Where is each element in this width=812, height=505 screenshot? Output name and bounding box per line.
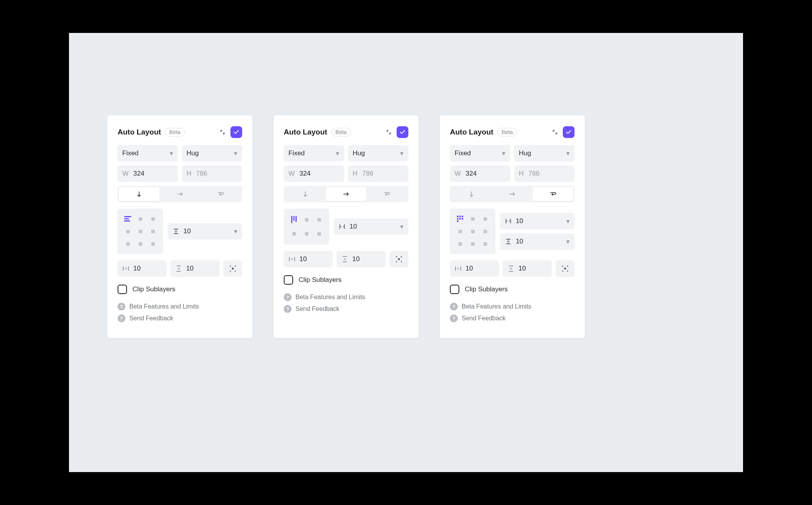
width-input[interactable]: W 324 — [118, 165, 178, 182]
svg-rect-19 — [295, 216, 297, 222]
horizontal-gap-input[interactable]: 10 ▾ — [500, 213, 575, 229]
align-mid-right[interactable] — [147, 225, 159, 238]
svg-rect-24 — [291, 258, 293, 260]
align-top-right[interactable] — [479, 213, 491, 225]
padding-horizontal-input[interactable]: 10 — [118, 260, 167, 277]
svg-rect-32 — [459, 216, 461, 217]
clip-sublayers-checkbox[interactable] — [118, 285, 127, 294]
clip-sublayers-checkbox[interactable] — [284, 275, 293, 285]
padding-horizontal-input[interactable]: 10 — [450, 260, 499, 277]
send-feedback-link[interactable]: ? Send Feedback — [118, 314, 242, 322]
padding-individual-button[interactable] — [223, 260, 242, 277]
chevron-down-icon: ▾ — [502, 149, 506, 158]
align-top-center[interactable] — [300, 213, 313, 227]
beta-features-link[interactable]: ? Beta Features and Limits — [118, 303, 242, 311]
align-bot-left[interactable] — [121, 238, 134, 250]
align-bot-center[interactable] — [466, 238, 479, 250]
align-top-left[interactable] — [121, 213, 134, 225]
height-input[interactable]: H 786 — [182, 165, 242, 182]
width-mode-select[interactable]: Fixed▾ — [284, 145, 344, 162]
height-mode-select[interactable]: Hug ▾ — [182, 145, 242, 162]
help-icon: ? — [450, 303, 458, 311]
align-top-center[interactable] — [466, 213, 479, 225]
alignment-grid[interactable] — [284, 209, 329, 245]
alignment-grid[interactable] — [118, 209, 163, 254]
align-bot-right[interactable] — [479, 238, 491, 250]
align-bot-left[interactable] — [288, 227, 300, 241]
align-top-right[interactable] — [313, 213, 325, 227]
collapse-icon[interactable] — [219, 128, 227, 136]
beta-features-link[interactable]: ?Beta Features and Limits — [450, 303, 575, 311]
direction-horizontal-button[interactable] — [326, 187, 366, 201]
alignment-grid[interactable] — [450, 209, 495, 254]
width-input[interactable]: W324 — [284, 165, 344, 182]
align-top-left[interactable] — [288, 213, 300, 227]
align-top-center[interactable] — [134, 213, 147, 225]
align-mid-center[interactable] — [134, 225, 147, 238]
padding-individual-button[interactable] — [556, 260, 575, 277]
height-mode-select[interactable]: Hug▾ — [514, 145, 575, 162]
height-input[interactable]: H786 — [348, 165, 408, 182]
padding-vertical-input[interactable]: 10 — [170, 260, 219, 277]
align-bot-center[interactable] — [300, 227, 313, 241]
align-mid-left[interactable] — [454, 225, 466, 238]
direction-wrap-button[interactable] — [533, 187, 573, 201]
height-mode-select[interactable]: Hug▾ — [348, 145, 408, 162]
svg-rect-18 — [294, 216, 295, 221]
send-feedback-label: Send Feedback — [129, 315, 173, 322]
align-top-left[interactable] — [454, 213, 466, 225]
height-value: 786 — [196, 170, 207, 178]
padding-v-value: 10 — [518, 265, 526, 272]
auto-layout-toggle[interactable] — [397, 126, 408, 138]
align-bot-right[interactable] — [147, 238, 159, 250]
align-mid-left[interactable] — [121, 225, 134, 238]
padding-horizontal-input[interactable]: 10 — [284, 251, 333, 267]
width-mode-select[interactable]: Fixed ▾ — [118, 145, 178, 162]
align-bot-left[interactable] — [454, 238, 466, 250]
direction-wrap-button[interactable] — [366, 187, 407, 201]
width-value: 324 — [466, 170, 477, 178]
collapse-icon[interactable] — [385, 128, 393, 136]
padding-individual-button[interactable] — [390, 251, 408, 267]
padding-vertical-input[interactable]: 10 — [337, 251, 386, 267]
send-feedback-link[interactable]: ?Send Feedback — [284, 305, 408, 313]
direction-horizontal-button[interactable] — [160, 187, 200, 201]
height-input[interactable]: H786 — [514, 165, 575, 182]
clip-sublayers-label: Clip Sublayers — [465, 285, 508, 293]
direction-vertical-button[interactable] — [119, 187, 160, 201]
panel-title: Auto Layout — [118, 128, 161, 136]
send-feedback-link[interactable]: ?Send Feedback — [450, 314, 575, 322]
direction-wrap-button[interactable] — [200, 187, 241, 201]
vertical-gap-input[interactable]: 10 ▾ — [500, 233, 575, 250]
width-mode-value: Fixed — [122, 149, 139, 157]
direction-vertical-button[interactable] — [451, 187, 492, 201]
height-mode-value: Hug — [519, 149, 531, 157]
beta-features-link[interactable]: ?Beta Features and Limits — [284, 293, 408, 301]
gap-input[interactable]: 10 ▾ — [334, 218, 408, 235]
auto-layout-toggle[interactable] — [563, 126, 575, 138]
align-top-right[interactable] — [147, 213, 159, 225]
clip-sublayers-checkbox[interactable] — [450, 285, 459, 294]
padding-vertical-icon — [341, 256, 348, 263]
direction-horizontal-button[interactable] — [492, 187, 533, 201]
align-mid-right[interactable] — [479, 225, 491, 238]
padding-horizontal-icon — [455, 265, 462, 272]
gap-v-value: 10 — [516, 238, 523, 245]
width-input[interactable]: W324 — [450, 165, 510, 182]
panel-title: Auto Layout — [450, 128, 493, 136]
height-label: H — [519, 170, 524, 178]
padding-vertical-input[interactable]: 10 — [503, 260, 552, 277]
collapse-icon[interactable] — [551, 128, 559, 136]
help-icon: ? — [118, 314, 125, 322]
chevron-down-icon: ▾ — [234, 149, 237, 158]
panel-header: Auto Layout Beta — [118, 126, 242, 138]
auto-layout-toggle[interactable] — [230, 126, 242, 138]
align-mid-center[interactable] — [466, 225, 479, 238]
help-icon: ? — [284, 293, 292, 301]
align-bot-center[interactable] — [134, 238, 147, 250]
svg-rect-28 — [398, 258, 400, 260]
gap-input[interactable]: 10 ▾ — [168, 223, 242, 240]
direction-vertical-button[interactable] — [285, 187, 326, 201]
width-mode-select[interactable]: Fixed▾ — [450, 145, 510, 162]
align-bot-right[interactable] — [313, 227, 325, 241]
